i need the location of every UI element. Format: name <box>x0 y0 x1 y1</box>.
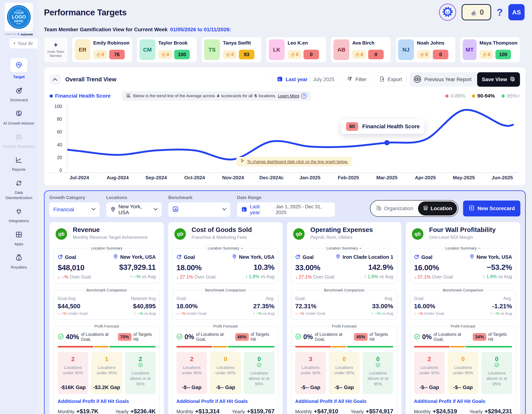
benchmark-comparison-section: Benchmark Comparison Goal Avg $44,500 ↓ … <box>54 290 160 320</box>
svg-text:40: 40 <box>57 142 62 147</box>
books-icon <box>15 133 23 142</box>
new-scorecard-button[interactable]: New Scorecard <box>463 201 520 216</box>
sidebar-item-target[interactable]: Target <box>0 58 38 79</box>
trend-date-button[interactable]: Last year July 2025 <box>272 73 339 86</box>
gamification-settings-button[interactable] <box>439 4 456 21</box>
member-name: Noah Johns <box>417 40 453 46</box>
previous-year-report-label[interactable]: Previous Year Report <box>424 77 474 82</box>
flame-chip: 0 <box>288 50 301 59</box>
filter-button[interactable]: Filter <box>342 73 371 86</box>
financial-health-line-chart[interactable]: 020406080100Jul-2024Aug-2024Sep-2024Oct-… <box>50 102 519 183</box>
series-legend[interactable]: Financial Health Score <box>50 93 110 99</box>
locations-select[interactable]: New York, USA <box>106 202 162 217</box>
additional-profit-link[interactable]: Additional Profit if All Hit Goals <box>176 398 275 404</box>
additional-profit-link[interactable]: Additional Profit if All Hit Goals <box>295 398 393 404</box>
team-member-card[interactable]: MT Maya Thompson 0 100 <box>460 37 520 62</box>
goal-target-icon <box>414 254 419 261</box>
member-name: Taylor Brook <box>158 40 194 46</box>
goal-value: 18.00% <box>176 263 215 272</box>
goal-value: $48,010 <box>58 263 91 272</box>
location-summary-section: Location Summary Goal 16.00% ↓ 27.1% Ove… <box>410 248 516 284</box>
team-member-card[interactable]: NJ Noah Johns 0 0 <box>395 37 456 62</box>
export-button[interactable]: Export <box>374 73 407 86</box>
team-member-card[interactable]: CM Taylor Brook 0 100 <box>137 37 197 62</box>
avatar: CM <box>140 39 155 60</box>
growth-category-filter: Growth Category Financial <box>49 195 100 217</box>
sidebar-item-royalties[interactable]: $ Royalties <box>0 254 38 270</box>
benchmark-comparison-section: Benchmark Comparison Goal: 18.00% ↓ --% … <box>172 290 279 320</box>
card-title: Cost of Goods Sold <box>191 226 252 233</box>
quickbooks-icon: qb <box>172 226 188 242</box>
card-subtitle: Monthly Revenue Target Achievement <box>73 235 147 240</box>
score-chip: 0 <box>304 50 319 59</box>
svg-text:Feb-2025: Feb-2025 <box>338 175 359 180</box>
sync-icon <box>15 179 23 188</box>
growth-category-select[interactable]: Financial <box>49 202 100 217</box>
member-name: Tanya Swiftt <box>223 40 259 46</box>
money-bag-icon: $ <box>15 254 23 263</box>
org-location-toggle[interactable]: Organization Location <box>370 200 458 217</box>
member-name: Emily Robinson <box>93 40 130 46</box>
flame-chip: 0 <box>158 50 172 59</box>
flame-chip: 0 <box>223 50 237 59</box>
sidebar-item-scorecard[interactable]: Scorecard <box>0 86 38 102</box>
goal-distribution-bar <box>295 346 393 347</box>
location-summary-label[interactable]: Location Summary <box>323 245 365 251</box>
sidebar-item-apps[interactable]: Apps <box>0 230 38 246</box>
streak-counter[interactable]: 0 <box>462 4 491 20</box>
locations-under-90-box: 2 Locationsunder 90% -$-- Gap <box>176 352 207 394</box>
toggle-organization[interactable]: Organization <box>371 202 418 215</box>
help-button[interactable]: ? <box>497 7 503 18</box>
benchmark-select[interactable] <box>168 202 230 217</box>
scorecard-cogs: qb Cost of Goods Sold Franchise & Market… <box>168 222 283 414</box>
additional-profit-link[interactable]: Additional Profit if All Hit Goals <box>58 398 156 404</box>
pin-icon <box>469 254 475 260</box>
chart-hint-note: To change dashboard date click on the li… <box>236 157 352 166</box>
locations-under-95-box: 0 Locationsunder 95% -$-- Gap <box>329 352 360 394</box>
location-summary-section: Location Summary Goal $48,010 ↓ --% Over… <box>54 248 160 284</box>
sidebar-item-ai-growth-advisor[interactable]: AI Growth Advisor <box>0 110 38 126</box>
goal-target-icon <box>58 254 63 261</box>
sidebar-item-data-standardization[interactable]: Data Standardization <box>0 179 38 200</box>
sidebar-item-growth-strategies[interactable]: Growth Strategies <box>0 133 38 149</box>
team-member-card[interactable]: LK Leo K.en 0 0 <box>266 37 326 62</box>
sidebar-item-reports[interactable]: Reports <box>0 156 38 172</box>
avg-chart-icon <box>126 93 131 99</box>
location-summary-label[interactable]: Location Summary <box>442 245 484 251</box>
score-chip: 100 <box>174 50 190 59</box>
benchmark-comparison-label: Benchmark Comparison <box>83 287 130 293</box>
profit-forecast-section: Profit Forecast 0% of Locations at Goal,… <box>291 326 397 414</box>
check-circle-icon <box>58 333 64 340</box>
team-member-card[interactable]: AB Ava Birch 0 0 <box>331 37 391 62</box>
sidebar-nav: Target Scorecard AI Growth Advisor Growt… <box>0 58 38 277</box>
team-member-card[interactable]: ER Emily Robinson 0 76 <box>72 37 132 62</box>
question-circle-icon[interactable]: ? <box>301 93 307 99</box>
svg-text:Jan-2025: Jan-2025 <box>299 175 320 180</box>
eye-icon[interactable] <box>414 75 421 84</box>
additional-profit-link[interactable]: Additional Profit if All Hit Goals <box>414 398 512 404</box>
flame-chip: 0 <box>352 50 366 59</box>
locations-under-90-box: 3 Locationsunder 90% -$-- Gap <box>295 352 326 394</box>
benchmark-filter: Benchmark <box>168 195 230 217</box>
toggle-location[interactable]: Location <box>418 202 457 215</box>
user-avatar[interactable]: AS <box>508 4 525 20</box>
collapse-button[interactable] <box>50 74 60 85</box>
learn-more-link[interactable]: Learn More <box>278 94 299 98</box>
chart-hint-text[interactable]: To change dashboard date click on the li… <box>247 159 348 164</box>
svg-text:May-2025: May-2025 <box>453 175 475 180</box>
profit-forecast-label: Profit Forecast <box>447 323 478 329</box>
invite-team-member-button[interactable]: + Invite TeamMember <box>44 37 68 62</box>
svg-text:Jul-2024: Jul-2024 <box>69 175 89 180</box>
card-subtitle: Unit-Level NOI Margin <box>429 235 496 240</box>
location-summary-label[interactable]: Location Summary <box>204 245 247 251</box>
brand-select[interactable]: ▼ Your Br <box>10 39 38 48</box>
save-view-button[interactable]: Save View <box>477 72 520 87</box>
card-subtitle: Payroll, Rent, Utilities <box>310 235 373 240</box>
trend-info: Below is the trend line of the Average a… <box>122 91 311 101</box>
profit-forecast-section: Profit Forecast 0% of Locations at Goal,… <box>172 326 279 414</box>
date-range-select[interactable]: Last year Jan 1, 2025 - Dec 31, 2025 <box>237 202 335 217</box>
svg-text:Aug-2024: Aug-2024 <box>107 175 129 180</box>
team-member-card[interactable]: TS Tanya Swiftt 0 93 <box>201 37 262 62</box>
check-circle-icon <box>257 363 262 368</box>
sidebar-item-integrations[interactable]: Integrations <box>0 207 38 223</box>
